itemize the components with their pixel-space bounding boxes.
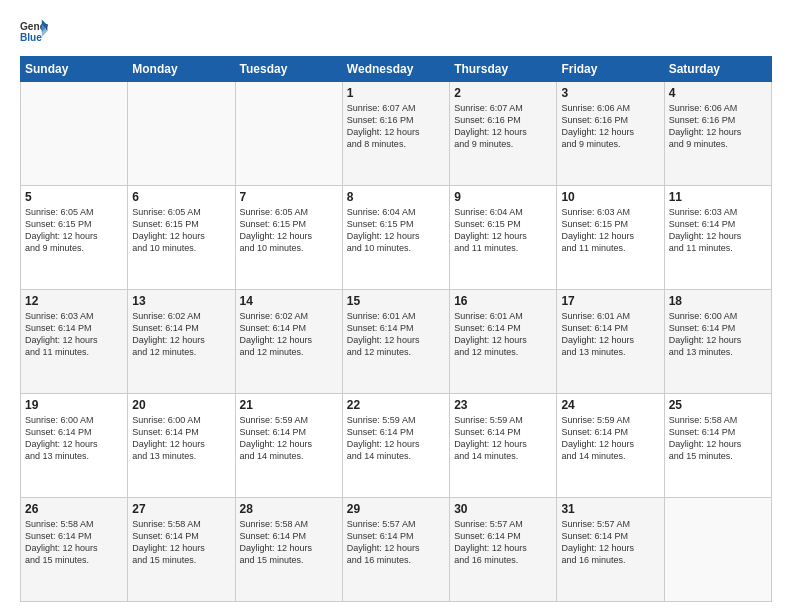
header: General Blue <box>20 18 772 46</box>
calendar-day-cell: 9Sunrise: 6:04 AMSunset: 6:15 PMDaylight… <box>450 186 557 290</box>
day-info: Sunrise: 6:05 AMSunset: 6:15 PMDaylight:… <box>132 206 230 255</box>
day-number: 5 <box>25 190 123 204</box>
day-info: Sunrise: 5:58 AMSunset: 6:14 PMDaylight:… <box>25 518 123 567</box>
weekday-header: Friday <box>557 57 664 82</box>
calendar-day-cell: 21Sunrise: 5:59 AMSunset: 6:14 PMDayligh… <box>235 394 342 498</box>
day-info: Sunrise: 6:00 AMSunset: 6:14 PMDaylight:… <box>669 310 767 359</box>
day-number: 8 <box>347 190 445 204</box>
weekday-header: Tuesday <box>235 57 342 82</box>
calendar-day-cell: 22Sunrise: 5:59 AMSunset: 6:14 PMDayligh… <box>342 394 449 498</box>
day-info: Sunrise: 5:58 AMSunset: 6:14 PMDaylight:… <box>132 518 230 567</box>
day-info: Sunrise: 5:59 AMSunset: 6:14 PMDaylight:… <box>561 414 659 463</box>
day-number: 7 <box>240 190 338 204</box>
day-number: 14 <box>240 294 338 308</box>
day-info: Sunrise: 6:00 AMSunset: 6:14 PMDaylight:… <box>25 414 123 463</box>
day-number: 21 <box>240 398 338 412</box>
day-info: Sunrise: 6:03 AMSunset: 6:15 PMDaylight:… <box>561 206 659 255</box>
day-info: Sunrise: 6:03 AMSunset: 6:14 PMDaylight:… <box>669 206 767 255</box>
day-number: 12 <box>25 294 123 308</box>
calendar-day-cell: 1Sunrise: 6:07 AMSunset: 6:16 PMDaylight… <box>342 82 449 186</box>
day-number: 29 <box>347 502 445 516</box>
calendar-day-cell: 19Sunrise: 6:00 AMSunset: 6:14 PMDayligh… <box>21 394 128 498</box>
calendar-day-cell: 30Sunrise: 5:57 AMSunset: 6:14 PMDayligh… <box>450 498 557 602</box>
day-number: 6 <box>132 190 230 204</box>
calendar-day-cell: 28Sunrise: 5:58 AMSunset: 6:14 PMDayligh… <box>235 498 342 602</box>
calendar-day-cell: 10Sunrise: 6:03 AMSunset: 6:15 PMDayligh… <box>557 186 664 290</box>
day-number: 13 <box>132 294 230 308</box>
calendar-day-cell: 29Sunrise: 5:57 AMSunset: 6:14 PMDayligh… <box>342 498 449 602</box>
weekday-header: Saturday <box>664 57 771 82</box>
day-info: Sunrise: 6:07 AMSunset: 6:16 PMDaylight:… <box>454 102 552 151</box>
day-number: 30 <box>454 502 552 516</box>
calendar-day-cell: 20Sunrise: 6:00 AMSunset: 6:14 PMDayligh… <box>128 394 235 498</box>
day-info: Sunrise: 6:01 AMSunset: 6:14 PMDaylight:… <box>454 310 552 359</box>
day-number: 15 <box>347 294 445 308</box>
calendar-day-cell: 11Sunrise: 6:03 AMSunset: 6:14 PMDayligh… <box>664 186 771 290</box>
calendar-day-cell: 25Sunrise: 5:58 AMSunset: 6:14 PMDayligh… <box>664 394 771 498</box>
weekday-header: Thursday <box>450 57 557 82</box>
day-number: 1 <box>347 86 445 100</box>
day-number: 9 <box>454 190 552 204</box>
day-number: 27 <box>132 502 230 516</box>
day-info: Sunrise: 5:57 AMSunset: 6:14 PMDaylight:… <box>561 518 659 567</box>
calendar-day-cell: 18Sunrise: 6:00 AMSunset: 6:14 PMDayligh… <box>664 290 771 394</box>
day-info: Sunrise: 6:05 AMSunset: 6:15 PMDaylight:… <box>25 206 123 255</box>
day-number: 19 <box>25 398 123 412</box>
day-info: Sunrise: 6:01 AMSunset: 6:14 PMDaylight:… <box>561 310 659 359</box>
day-info: Sunrise: 6:01 AMSunset: 6:14 PMDaylight:… <box>347 310 445 359</box>
calendar-day-cell: 14Sunrise: 6:02 AMSunset: 6:14 PMDayligh… <box>235 290 342 394</box>
calendar-day-cell: 13Sunrise: 6:02 AMSunset: 6:14 PMDayligh… <box>128 290 235 394</box>
day-info: Sunrise: 5:58 AMSunset: 6:14 PMDaylight:… <box>669 414 767 463</box>
calendar-day-cell: 6Sunrise: 6:05 AMSunset: 6:15 PMDaylight… <box>128 186 235 290</box>
empty-day-cell <box>128 82 235 186</box>
day-info: Sunrise: 6:02 AMSunset: 6:14 PMDaylight:… <box>132 310 230 359</box>
calendar-day-cell: 23Sunrise: 5:59 AMSunset: 6:14 PMDayligh… <box>450 394 557 498</box>
empty-day-cell <box>21 82 128 186</box>
day-number: 16 <box>454 294 552 308</box>
day-number: 28 <box>240 502 338 516</box>
empty-day-cell <box>235 82 342 186</box>
day-number: 10 <box>561 190 659 204</box>
day-number: 23 <box>454 398 552 412</box>
weekday-header: Sunday <box>21 57 128 82</box>
calendar-day-cell: 7Sunrise: 6:05 AMSunset: 6:15 PMDaylight… <box>235 186 342 290</box>
day-info: Sunrise: 6:02 AMSunset: 6:14 PMDaylight:… <box>240 310 338 359</box>
day-number: 20 <box>132 398 230 412</box>
calendar-day-cell: 24Sunrise: 5:59 AMSunset: 6:14 PMDayligh… <box>557 394 664 498</box>
logo: General Blue <box>20 18 48 46</box>
day-number: 24 <box>561 398 659 412</box>
calendar-day-cell: 31Sunrise: 5:57 AMSunset: 6:14 PMDayligh… <box>557 498 664 602</box>
day-info: Sunrise: 5:59 AMSunset: 6:14 PMDaylight:… <box>347 414 445 463</box>
calendar-day-cell: 2Sunrise: 6:07 AMSunset: 6:16 PMDaylight… <box>450 82 557 186</box>
calendar-day-cell: 3Sunrise: 6:06 AMSunset: 6:16 PMDaylight… <box>557 82 664 186</box>
day-info: Sunrise: 5:59 AMSunset: 6:14 PMDaylight:… <box>454 414 552 463</box>
day-number: 31 <box>561 502 659 516</box>
calendar-day-cell: 15Sunrise: 6:01 AMSunset: 6:14 PMDayligh… <box>342 290 449 394</box>
day-number: 26 <box>25 502 123 516</box>
day-info: Sunrise: 6:05 AMSunset: 6:15 PMDaylight:… <box>240 206 338 255</box>
day-number: 2 <box>454 86 552 100</box>
day-number: 22 <box>347 398 445 412</box>
calendar-day-cell: 8Sunrise: 6:04 AMSunset: 6:15 PMDaylight… <box>342 186 449 290</box>
calendar-day-cell: 4Sunrise: 6:06 AMSunset: 6:16 PMDaylight… <box>664 82 771 186</box>
day-number: 11 <box>669 190 767 204</box>
empty-day-cell <box>664 498 771 602</box>
page: General Blue SundayMondayTuesdayWednesda… <box>0 0 792 612</box>
calendar-day-cell: 5Sunrise: 6:05 AMSunset: 6:15 PMDaylight… <box>21 186 128 290</box>
day-info: Sunrise: 5:58 AMSunset: 6:14 PMDaylight:… <box>240 518 338 567</box>
calendar-day-cell: 17Sunrise: 6:01 AMSunset: 6:14 PMDayligh… <box>557 290 664 394</box>
day-number: 25 <box>669 398 767 412</box>
logo-icon: General Blue <box>20 18 48 46</box>
day-info: Sunrise: 6:07 AMSunset: 6:16 PMDaylight:… <box>347 102 445 151</box>
day-number: 3 <box>561 86 659 100</box>
day-info: Sunrise: 6:04 AMSunset: 6:15 PMDaylight:… <box>347 206 445 255</box>
day-info: Sunrise: 5:59 AMSunset: 6:14 PMDaylight:… <box>240 414 338 463</box>
calendar-day-cell: 26Sunrise: 5:58 AMSunset: 6:14 PMDayligh… <box>21 498 128 602</box>
svg-text:Blue: Blue <box>20 32 42 43</box>
calendar-day-cell: 12Sunrise: 6:03 AMSunset: 6:14 PMDayligh… <box>21 290 128 394</box>
day-info: Sunrise: 6:04 AMSunset: 6:15 PMDaylight:… <box>454 206 552 255</box>
weekday-header: Monday <box>128 57 235 82</box>
day-info: Sunrise: 6:03 AMSunset: 6:14 PMDaylight:… <box>25 310 123 359</box>
day-info: Sunrise: 5:57 AMSunset: 6:14 PMDaylight:… <box>454 518 552 567</box>
calendar-day-cell: 16Sunrise: 6:01 AMSunset: 6:14 PMDayligh… <box>450 290 557 394</box>
